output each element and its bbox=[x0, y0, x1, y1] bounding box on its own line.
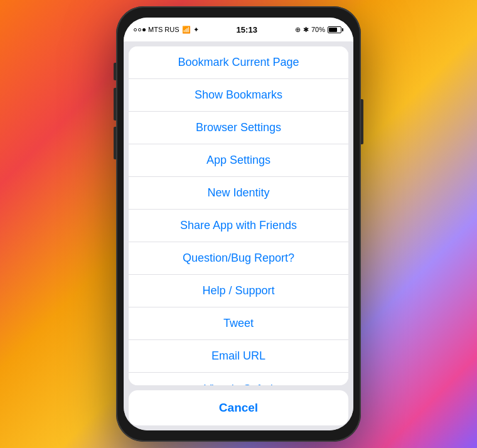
menu-item-question-bug-report[interactable]: Question/Bug Report? bbox=[129, 242, 348, 275]
signal-dot-2 bbox=[138, 28, 141, 31]
menu-item-label-share-app-with-friends: Share App with Friends bbox=[180, 219, 297, 232]
menu-item-label-new-identity: New Identity bbox=[207, 186, 269, 200]
status-left: MTS RUS 📶 ✦ bbox=[134, 26, 199, 34]
menu-item-browser-settings[interactable]: Browser Settings bbox=[129, 112, 348, 144]
status-time: 15:13 bbox=[237, 25, 257, 35]
cancel-button[interactable]: Cancel bbox=[129, 390, 348, 425]
menu-item-view-in-safari[interactable]: View in Safari bbox=[129, 373, 348, 385]
menu-item-label-view-in-safari: View in Safari bbox=[204, 383, 273, 386]
menu-item-app-settings[interactable]: App Settings bbox=[129, 144, 348, 177]
menu-item-label-help-support: Help / Support bbox=[202, 284, 274, 297]
menu-item-help-support[interactable]: Help / Support bbox=[129, 275, 348, 307]
menu-item-label-question-bug-report: Question/Bug Report? bbox=[183, 252, 294, 265]
status-right: ⊕ ✱ 70% bbox=[295, 26, 343, 34]
bluetooth-icon: ✱ bbox=[303, 26, 309, 34]
wifi-icon: 📶 bbox=[182, 26, 191, 34]
menu-item-label-show-bookmarks: Show Bookmarks bbox=[195, 88, 282, 102]
signal-indicator bbox=[134, 28, 146, 31]
menu-item-email-url[interactable]: Email URL bbox=[129, 340, 348, 373]
battery-fill bbox=[329, 28, 337, 32]
screen-content: Bookmark Current PageShow BookmarksBrows… bbox=[124, 41, 353, 430]
cancel-label: Cancel bbox=[219, 401, 258, 415]
menu-item-label-bookmark-current-page: Bookmark Current Page bbox=[178, 56, 299, 69]
action-sheet: Bookmark Current PageShow BookmarksBrows… bbox=[129, 46, 348, 385]
volume-up-button bbox=[114, 88, 116, 120]
battery-percent-label: 70% bbox=[311, 26, 325, 33]
battery-body bbox=[328, 26, 341, 33]
location-icon: ✦ bbox=[193, 26, 199, 34]
carrier-name: MTS RUS bbox=[148, 26, 180, 33]
battery-tip bbox=[342, 28, 343, 31]
menu-item-show-bookmarks[interactable]: Show Bookmarks bbox=[129, 79, 348, 112]
menu-item-new-identity[interactable]: New Identity bbox=[129, 177, 348, 210]
menu-item-label-email-url: Email URL bbox=[212, 349, 265, 363]
battery-icon bbox=[328, 26, 343, 33]
signal-dot-1 bbox=[134, 28, 137, 31]
menu-item-label-browser-settings: Browser Settings bbox=[196, 121, 281, 134]
phone-screen: MTS RUS 📶 ✦ 15:13 ⊕ ✱ 70% Book bbox=[124, 18, 353, 430]
location-status-icon: ⊕ bbox=[295, 26, 301, 34]
menu-item-bookmark-current-page[interactable]: Bookmark Current Page bbox=[129, 46, 348, 79]
cancel-container: Cancel bbox=[129, 390, 348, 425]
power-button bbox=[361, 99, 363, 144]
volume-down-button bbox=[114, 127, 116, 159]
menu-item-label-app-settings: App Settings bbox=[206, 154, 271, 167]
phone-frame: MTS RUS 📶 ✦ 15:13 ⊕ ✱ 70% Book bbox=[116, 6, 361, 442]
signal-dot-3 bbox=[142, 28, 146, 31]
menu-item-label-tweet: Tweet bbox=[223, 317, 254, 330]
mute-button bbox=[114, 63, 116, 80]
menu-item-share-app-with-friends[interactable]: Share App with Friends bbox=[129, 210, 348, 242]
status-bar: MTS RUS 📶 ✦ 15:13 ⊕ ✱ 70% bbox=[124, 18, 353, 41]
menu-item-tweet[interactable]: Tweet bbox=[129, 307, 348, 340]
